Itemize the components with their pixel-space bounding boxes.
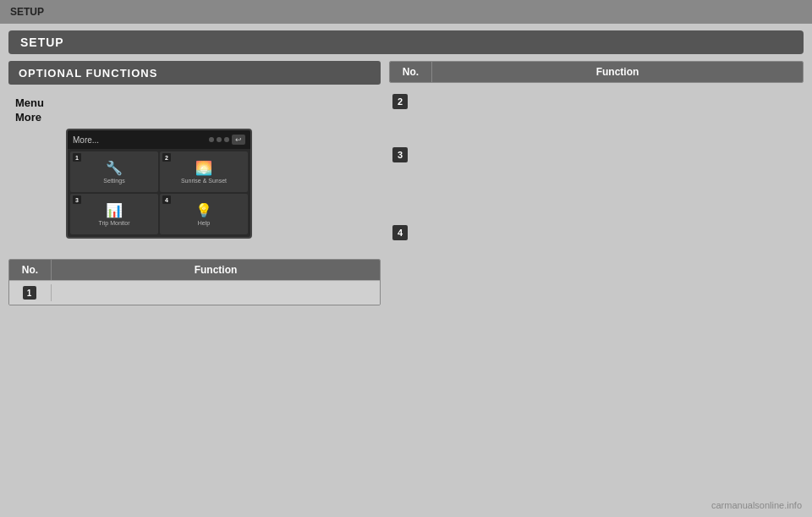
- cell-num-3: 3: [73, 195, 81, 204]
- cell-settings[interactable]: 1 🔧 Settings: [70, 151, 158, 192]
- left-function-table: No. Function 1: [8, 259, 381, 305]
- cell-sunrise[interactable]: 2 🌅 Sunrise & Sunset: [160, 151, 248, 192]
- menu-section: Menu More More... ↩: [8, 93, 381, 250]
- row-no-1: 1: [9, 284, 52, 301]
- section-item-3: 3: [389, 141, 804, 169]
- screen-mockup: More... ↩ 1 🔧 Settings: [66, 129, 252, 239]
- screen-controls: ↩: [209, 135, 245, 145]
- sunrise-icon: 🌅: [195, 160, 212, 176]
- setup-header-label: SETUP: [20, 36, 64, 49]
- left-fn-header: Function: [52, 260, 380, 280]
- top-bar: SETUP: [0, 0, 812, 24]
- right-no-header: No.: [390, 62, 432, 82]
- setup-header: SETUP: [8, 30, 804, 54]
- right-table-header: No. Function: [390, 62, 803, 82]
- left-table-header: No. Function: [9, 260, 380, 280]
- badge-1: 1: [23, 286, 36, 300]
- right-fn-header: Function: [432, 62, 803, 82]
- left-panel: OPTIONAL FUNCTIONS Menu More More... ↩: [8, 61, 381, 510]
- more-label: More: [15, 111, 374, 124]
- cell-num-1: 1: [73, 153, 81, 162]
- menu-label: Menu: [15, 96, 374, 109]
- dot2: [217, 137, 222, 142]
- main-container: SETUP OPTIONAL FUNCTIONS Menu More More.…: [0, 24, 812, 517]
- settings-icon: 🔧: [106, 160, 123, 176]
- badge-4: 4: [392, 225, 408, 240]
- cell-trip[interactable]: 3 📊 Trip Monitor: [70, 194, 158, 234]
- cell-num-2: 2: [162, 153, 171, 162]
- dot1: [209, 137, 214, 142]
- screen-back-button[interactable]: ↩: [232, 135, 245, 145]
- left-no-header: No.: [9, 260, 52, 280]
- right-panel: No. Function 2 3 4: [389, 61, 804, 510]
- watermark: carmanualsonline.info: [711, 500, 802, 510]
- optional-functions-header: OPTIONAL FUNCTIONS: [8, 61, 381, 85]
- cell-help[interactable]: 4 💡 Help: [160, 194, 248, 234]
- help-icon: 💡: [195, 202, 212, 218]
- section-item-4: 4: [389, 220, 804, 248]
- screen-title-text: More...: [73, 135, 99, 145]
- section-item-2: 2: [389, 88, 804, 116]
- screen-title-bar: More... ↩: [68, 130, 250, 149]
- trip-icon: 📊: [106, 202, 123, 218]
- screen-grid: 1 🔧 Settings 2 🌅 Sunrise & Sunset 3 📊: [68, 149, 250, 237]
- content-area: OPTIONAL FUNCTIONS Menu More More... ↩: [0, 54, 812, 517]
- top-bar-label: SETUP: [10, 6, 44, 18]
- badge-2: 2: [392, 94, 408, 109]
- cell-label-trip: Trip Monitor: [98, 220, 129, 226]
- badge-3: 3: [392, 147, 408, 162]
- dot3: [224, 137, 229, 142]
- table-row: 1: [9, 280, 380, 305]
- right-function-table: No. Function: [389, 61, 804, 83]
- cell-label-settings: Settings: [103, 178, 124, 184]
- cell-label-sunrise: Sunrise & Sunset: [181, 178, 227, 184]
- optional-functions-label: OPTIONAL FUNCTIONS: [19, 67, 157, 80]
- cell-label-help: Help: [198, 220, 210, 226]
- cell-num-4: 4: [162, 195, 171, 204]
- row-fn-1: [52, 284, 380, 288]
- left-table-body: 1: [9, 280, 380, 305]
